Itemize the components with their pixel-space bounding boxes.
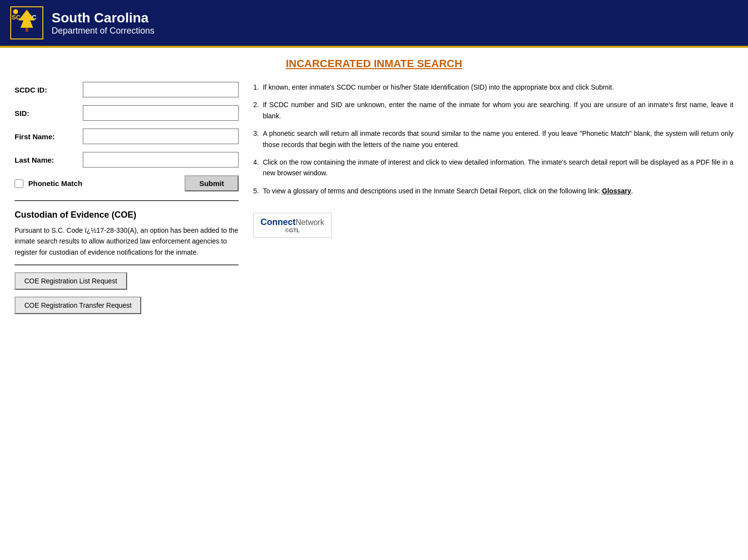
instruction-num-2: 2. — [253, 99, 259, 121]
instruction-num-5: 5. — [253, 186, 259, 196]
last-name-label: Last Name: — [15, 156, 83, 164]
connect-text: Connect — [261, 217, 296, 227]
scdc-id-label: SCDC ID: — [15, 86, 83, 94]
sid-row: SID: — [15, 105, 239, 121]
form-divider — [15, 200, 239, 201]
instruction-4: 4. Click on the row containing the inmat… — [253, 157, 733, 179]
instruction-2: 2. If SCDC number and SID are unknown, e… — [253, 99, 733, 121]
coe-registration-transfer-button[interactable]: COE Registration Transfer Request — [15, 297, 141, 314]
scdc-logo-icon: SC DC — [10, 6, 44, 40]
svg-rect-5 — [25, 28, 28, 32]
coe-btn2-wrapper: COE Registration Transfer Request — [15, 297, 239, 321]
main-content: INCARCERATED INMATE SEARCH SCDC ID: SID:… — [0, 48, 748, 331]
org-name: South Carolina — [52, 10, 154, 26]
connect-network-logo: Connect Network — [261, 217, 324, 227]
svg-point-6 — [13, 9, 18, 14]
phonetic-checkbox[interactable] — [15, 179, 23, 188]
last-name-row: Last Name: — [15, 152, 239, 168]
form-panel: SCDC ID: SID: First Name: Last Name: Pho… — [15, 82, 239, 321]
logo-box: SC DC — [10, 6, 44, 40]
instruction-1: 1. If known, enter inmate's SCDC number … — [253, 82, 733, 93]
header-text: South Carolina Department of Corrections — [52, 10, 154, 36]
coe-registration-list-button[interactable]: COE Registration List Request — [15, 272, 127, 290]
page-title: INCARCERATED INMATE SEARCH — [15, 57, 733, 70]
last-name-input[interactable] — [83, 152, 239, 168]
sid-input[interactable] — [83, 105, 239, 121]
sid-label: SID: — [15, 109, 83, 117]
instruction-text-5: To view a glossary of terms and descript… — [263, 186, 733, 196]
coe-text: Pursuant to S.C. Code ï¿½17-28-330(A), a… — [15, 225, 239, 258]
coe-btn1-wrapper: COE Registration List Request — [15, 272, 239, 297]
instruction-5: 5. To view a glossary of terms and descr… — [253, 186, 733, 196]
first-name-input[interactable] — [83, 129, 239, 144]
scdc-id-input[interactable] — [83, 82, 239, 97]
gtl-text: ©GTL — [285, 227, 299, 233]
connect-network-box: Connect Network ©GTL — [253, 213, 332, 238]
instruction-text-4: Click on the row containing the inmate o… — [263, 157, 733, 179]
submit-button[interactable]: Submit — [185, 175, 239, 191]
instruction-text-1: If known, enter inmate's SCDC number or … — [263, 82, 733, 93]
header: SC DC South Carolina Department of Corre… — [0, 0, 748, 46]
instruction-num-4: 4. — [253, 157, 259, 179]
content-layout: SCDC ID: SID: First Name: Last Name: Pho… — [15, 82, 733, 321]
instruction-num-3: 3. — [253, 128, 259, 150]
instruction-3: 3. A phonetic search will return all inm… — [253, 128, 733, 150]
instruction-num-1: 1. — [253, 82, 259, 93]
coe-divider — [15, 264, 239, 265]
instruction-text-3: A phonetic search will return all inmate… — [263, 128, 733, 150]
instruction-text-2: If SCDC number and SID are unknown, ente… — [263, 99, 733, 121]
first-name-row: First Name: — [15, 129, 239, 144]
scdc-id-row: SCDC ID: — [15, 82, 239, 97]
dept-name: Department of Corrections — [52, 26, 154, 36]
network-text: Network — [296, 218, 324, 227]
phonetic-row: Phonetic Match Submit — [15, 175, 239, 191]
instructions-panel: 1. If known, enter inmate's SCDC number … — [253, 82, 733, 238]
instructions-list: 1. If known, enter inmate's SCDC number … — [253, 82, 733, 196]
glossary-link[interactable]: Glossary — [602, 187, 631, 195]
instruction-5-prefix: To view a glossary of terms and descript… — [263, 187, 602, 195]
first-name-label: First Name: — [15, 132, 83, 141]
instruction-5-period: . — [631, 187, 633, 195]
phonetic-label: Phonetic Match — [28, 179, 180, 187]
coe-title: Custodian of Evidence (COE) — [15, 210, 239, 220]
